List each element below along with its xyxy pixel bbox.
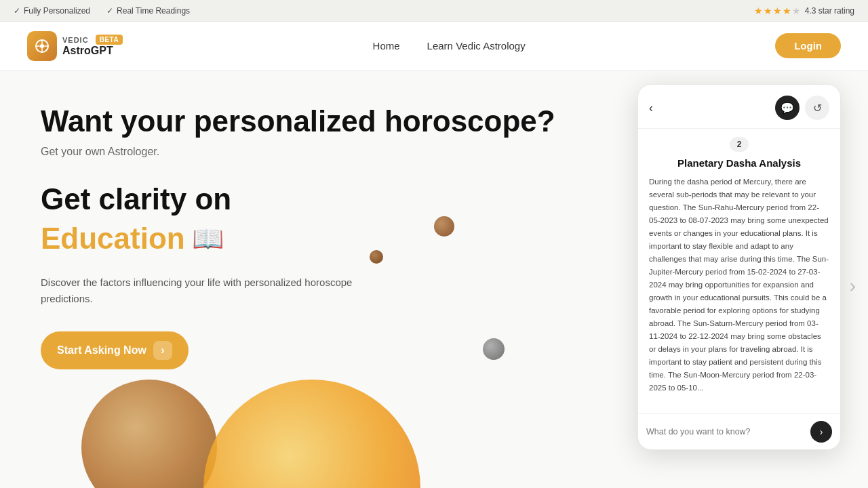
top-bar-item-readings: ✓ Real Time Readings <box>106 6 190 16</box>
chat-icon-history[interactable]: ↺ <box>805 96 829 120</box>
logo-icon <box>27 31 57 61</box>
education-text: Education <box>41 222 185 256</box>
planet-small-1 <box>434 216 454 237</box>
get-clarity: Get clarity on <box>41 182 597 217</box>
chat-back-button[interactable]: ‹ <box>649 101 653 115</box>
history-icon: ↺ <box>813 102 822 115</box>
check-icon-1: ✓ <box>14 6 20 16</box>
chat-body: Planetary Dasha Analysis During the dash… <box>638 157 840 413</box>
top-bar-right: ★ ★ ★ ★ ★ 4.3 star rating <box>754 5 854 16</box>
message-icon: 💬 <box>781 102 794 115</box>
star-2: ★ <box>764 5 772 16</box>
page-number: 2 <box>730 137 749 152</box>
start-asking-button[interactable]: Start Asking Now › <box>41 331 189 369</box>
star-4: ★ <box>783 5 791 16</box>
planet-sun <box>203 380 420 488</box>
cta-label: Start Asking Now <box>57 344 146 357</box>
top-bar: ✓ Fully Personalized ✓ Real Time Reading… <box>0 0 868 22</box>
book-emoji: 📖 <box>192 224 224 253</box>
send-icon: › <box>820 426 823 437</box>
cta-arrow-box: › <box>153 341 172 360</box>
star-rating: ★ ★ ★ ★ ★ <box>754 5 801 16</box>
chat-header-icons: 💬 ↺ <box>775 96 829 120</box>
planet-gray <box>483 338 505 360</box>
chat-send-button[interactable]: › <box>810 421 832 443</box>
nav-links: Home Learn Vedic Astrology <box>373 40 526 52</box>
chat-input-area: › <box>638 413 840 449</box>
nav-learn[interactable]: Learn Vedic Astrology <box>427 40 526 52</box>
nav-home[interactable]: Home <box>373 40 400 52</box>
description: Discover the factors influencing your li… <box>41 274 366 307</box>
navbar: VEDIC BETA AstroGPT Home Learn Vedic Ast… <box>0 22 868 70</box>
headline: Want your personalized horoscope? <box>41 104 597 139</box>
top-bar-item1-label: Fully Personalized <box>24 6 90 16</box>
logo-vedic: VEDIC <box>62 36 89 44</box>
check-icon-2: ✓ <box>106 6 113 16</box>
login-button[interactable]: Login <box>775 33 841 58</box>
chat-input[interactable] <box>646 427 805 436</box>
left-panel: Want your personalized horoscope? Get yo… <box>0 70 637 488</box>
star-1: ★ <box>754 5 763 16</box>
star-3: ★ <box>773 5 782 16</box>
right-panel: ‹ 💬 ↺ 2 Planetary Dasha Analysis During … <box>637 84 841 488</box>
planet-brown-large <box>81 380 217 488</box>
chat-icon-message[interactable]: 💬 <box>775 96 800 120</box>
top-bar-item-personalized: ✓ Fully Personalized <box>14 6 90 16</box>
logo-text: VEDIC BETA AstroGPT <box>62 35 123 57</box>
subtitle: Get your own Astrologer. <box>41 146 597 158</box>
rating-text: 4.3 star rating <box>805 6 854 16</box>
logo-astrogpt: AstroGPT <box>62 45 123 57</box>
svg-point-3 <box>40 44 44 48</box>
page-indicator: 2 <box>638 129 840 157</box>
cta-arrow-icon: › <box>161 344 164 357</box>
analysis-text: During the dasha period of Mercury, ther… <box>649 176 829 394</box>
card-arrow: › <box>850 275 856 297</box>
star-5: ★ <box>792 5 801 16</box>
planet-small-2 <box>370 250 383 264</box>
main-content: Want your personalized horoscope? Get yo… <box>0 70 868 488</box>
logo-area: VEDIC BETA AstroGPT <box>27 31 123 61</box>
top-bar-item2-label: Real Time Readings <box>117 6 190 16</box>
analysis-title: Planetary Dasha Analysis <box>649 157 829 169</box>
top-bar-left: ✓ Fully Personalized ✓ Real Time Reading… <box>14 6 190 16</box>
beta-badge: BETA <box>96 35 123 45</box>
education-row: Education 📖 <box>41 222 597 256</box>
chat-card: ‹ 💬 ↺ 2 Planetary Dasha Analysis During … <box>637 84 841 450</box>
chat-header: ‹ 💬 ↺ <box>638 85 840 129</box>
